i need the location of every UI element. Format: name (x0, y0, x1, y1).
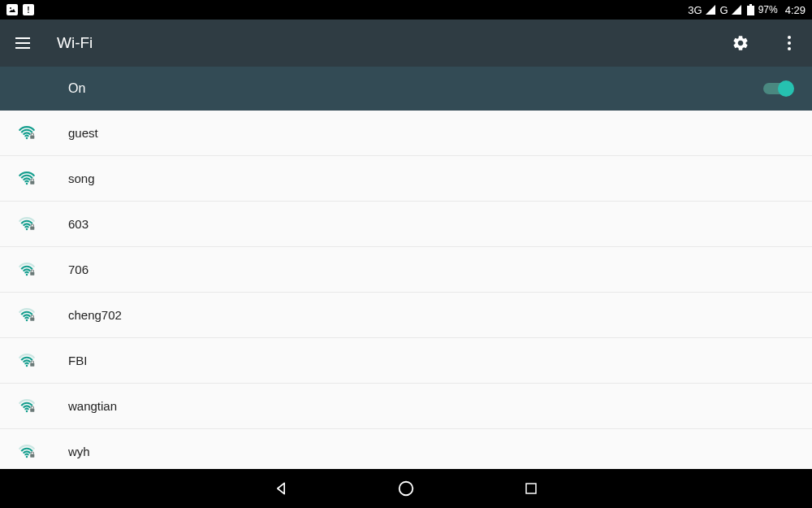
network-ssid: 603 (55, 217, 89, 231)
wifi-signal-icon (13, 263, 55, 277)
overflow-menu-icon[interactable] (780, 33, 799, 53)
status-right: 3G G 97% 4:29 (688, 4, 806, 16)
wifi-signal-icon (13, 445, 55, 459)
network-item[interactable]: wangtian (0, 384, 812, 429)
status-left: ! (6, 4, 34, 15)
svg-rect-6 (30, 180, 34, 184)
network-list: guest song 603 706 cheng702 FBI wangtian… (0, 111, 812, 469)
wifi-signal-icon (13, 172, 55, 186)
status-bar: ! 3G G 97% 4:29 (0, 0, 812, 20)
svg-rect-20 (526, 484, 536, 493)
svg-rect-10 (30, 271, 34, 275)
svg-point-15 (26, 410, 28, 412)
hamburger-menu-icon[interactable] (13, 33, 32, 53)
alert-icon: ! (23, 4, 34, 15)
wifi-toggle-label: On (68, 81, 763, 96)
svg-point-3 (26, 137, 28, 139)
svg-rect-2 (747, 6, 754, 15)
wifi-toggle-row: On (0, 67, 812, 111)
wifi-signal-icon (13, 217, 55, 232)
wifi-signal-icon (13, 399, 55, 414)
battery-icon (747, 4, 754, 15)
svg-rect-18 (30, 454, 34, 457)
svg-point-11 (26, 319, 28, 321)
network-item[interactable]: wyh (0, 429, 812, 469)
svg-point-17 (26, 455, 28, 458)
nav-back-icon[interactable] (271, 479, 291, 498)
network-ssid: song (55, 172, 95, 185)
network-item[interactable]: song (0, 156, 812, 202)
signal-icon-2 (731, 4, 742, 15)
signal-icon (705, 4, 716, 15)
app-bar: Wi-Fi (0, 20, 812, 67)
nav-bar (0, 469, 812, 508)
clock: 4:29 (785, 4, 806, 16)
svg-rect-8 (30, 226, 34, 229)
network-ssid: 706 (55, 263, 89, 276)
network-ssid: guest (55, 126, 98, 140)
network-ssid: cheng702 (55, 308, 122, 322)
wifi-signal-icon (13, 126, 55, 141)
svg-point-13 (26, 364, 28, 367)
svg-point-9 (26, 273, 28, 276)
wifi-signal-icon (13, 354, 55, 368)
battery-pct: 97% (758, 4, 778, 15)
svg-rect-16 (30, 408, 34, 411)
svg-rect-12 (30, 317, 34, 320)
page-title: Wi-Fi (57, 34, 708, 52)
nav-home-icon[interactable] (396, 479, 416, 498)
wifi-signal-icon (13, 308, 55, 323)
network-g-label: G (720, 4, 728, 16)
wifi-toggle[interactable] (763, 80, 793, 97)
settings-gear-icon[interactable] (731, 33, 750, 53)
svg-point-0 (10, 7, 11, 9)
svg-rect-4 (30, 135, 34, 138)
nav-recent-icon[interactable] (521, 479, 541, 498)
network-item[interactable]: FBI (0, 338, 812, 384)
svg-point-19 (400, 482, 413, 496)
svg-rect-1 (749, 4, 752, 6)
network-ssid: FBI (55, 354, 87, 367)
network-item[interactable]: 706 (0, 247, 812, 293)
svg-point-5 (26, 182, 28, 185)
svg-point-7 (26, 228, 28, 230)
network-ssid: wangtian (55, 399, 117, 413)
network-3g-label: 3G (688, 4, 702, 16)
network-ssid: wyh (55, 445, 90, 458)
svg-rect-14 (30, 363, 34, 366)
network-item[interactable]: 603 (0, 202, 812, 247)
network-item[interactable]: cheng702 (0, 293, 812, 338)
network-item[interactable]: guest (0, 111, 812, 156)
images-icon (6, 4, 18, 15)
